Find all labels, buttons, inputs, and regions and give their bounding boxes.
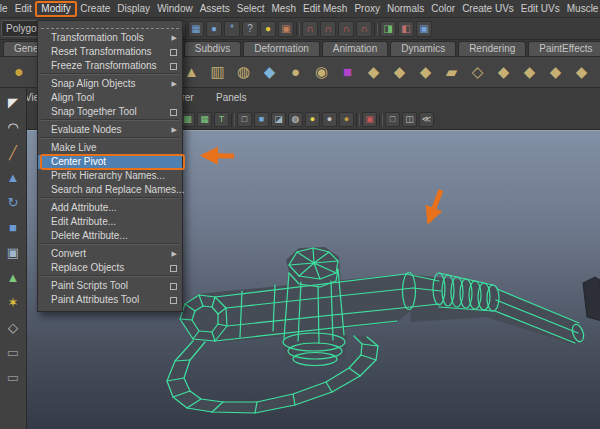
xray-icon[interactable]: ◫ [402, 112, 417, 127]
poly-cylinder-icon[interactable]: ▥ [206, 59, 229, 85]
menubar-item[interactable]: Edit Mesh [299, 1, 350, 17]
option-box-icon[interactable] [170, 63, 177, 70]
poly-cube-purple-icon[interactable]: ■ [336, 59, 359, 85]
rotate-tool-icon[interactable]: ↻ [2, 192, 25, 214]
poly-bevel-icon[interactable]: ◆ [570, 59, 593, 85]
shelf-tab[interactable]: Dynamics [390, 41, 456, 56]
poly-sphere-icon[interactable]: ◍ [232, 59, 255, 85]
lock-selection-icon[interactable]: ● [260, 21, 276, 37]
option-box-icon[interactable] [170, 297, 177, 304]
poly-wire-sphere-icon[interactable]: ◉ [310, 59, 333, 85]
textured-display-icon[interactable]: ◪ [271, 112, 286, 127]
scale-tool-icon[interactable]: ■ [2, 217, 25, 239]
film-gate-icon[interactable]: ▦ [197, 112, 212, 127]
poly-extrude-icon[interactable]: ◆ [414, 59, 437, 85]
sphere-shelf-icon[interactable]: ● [14, 60, 24, 84]
snap-to-point-icon[interactable]: ∩ [338, 21, 354, 37]
menu-item[interactable]: Snap Together Tool [38, 105, 182, 119]
menubar-item[interactable]: Edit UVs [517, 1, 563, 17]
menubar-item[interactable]: Assets [196, 1, 233, 17]
menubar-item[interactable]: Color [428, 1, 459, 17]
menubar-item[interactable]: Window [154, 1, 197, 17]
menu-item[interactable]: Paint Scripts Tool [38, 279, 182, 293]
plugin-shelf-icon[interactable]: ≪ [419, 112, 434, 127]
move-tool-icon[interactable]: ▲ [2, 167, 25, 189]
select-deformation-mask-icon[interactable]: ▦ [188, 21, 204, 37]
show-manipulator-tool-icon[interactable]: ✶ [2, 292, 25, 314]
select-rendering-mask-icon[interactable]: * [224, 21, 240, 37]
wireframe-on-shaded-icon[interactable]: □ [385, 112, 400, 127]
poly-reduce-icon[interactable]: ◆ [258, 59, 281, 85]
universal-manipulator-icon[interactable]: ▣ [2, 242, 25, 264]
menubar-item[interactable]: Create [77, 1, 114, 17]
layout-four-pane-icon[interactable]: ▭ [2, 367, 25, 389]
wireframe-display-icon[interactable]: □ [237, 112, 252, 127]
shelf-tab[interactable]: Animation [322, 41, 388, 56]
menubar-item[interactable]: File [0, 1, 11, 17]
shelf-tab[interactable]: Deformation [243, 41, 319, 56]
poly-smooth-icon[interactable]: ● [284, 59, 307, 85]
menu-item[interactable]: Edit Attribute... [38, 215, 182, 229]
poly-plane-icon[interactable]: ◆ [362, 59, 385, 85]
lasso-select-tool-icon[interactable]: ◠ [2, 117, 25, 139]
texture-view-icon[interactable]: T [214, 112, 229, 127]
menu-item[interactable]: Convert [38, 247, 182, 261]
lighting-default-icon[interactable]: ● [322, 112, 337, 127]
menu-item[interactable]: Evaluate Nodes [38, 123, 182, 137]
poly-combine-icon[interactable]: ◆ [492, 59, 515, 85]
divider[interactable] [374, 22, 378, 36]
last-tool-icon[interactable]: ◇ [2, 317, 25, 339]
menu-item[interactable]: Transformation Tools [38, 31, 182, 45]
menu-item[interactable]: Prefix Hierarchy Names... [38, 169, 182, 183]
divider[interactable] [356, 113, 360, 127]
shelf-tab[interactable]: Rendering [458, 41, 526, 56]
menu-item[interactable]: Snap Align Objects [38, 77, 182, 91]
menubar-item[interactable]: Select [233, 1, 268, 17]
layout-single-pane-icon[interactable]: ▭ [2, 342, 25, 364]
poly-bridge-icon[interactable]: ▰ [440, 59, 463, 85]
poly-cone-icon[interactable]: ▲ [180, 59, 203, 85]
poly-mirror-icon[interactable]: ◇ [466, 59, 489, 85]
snap-to-plane-icon[interactable]: ∩ [356, 21, 372, 37]
menu-item[interactable]: Delete Attribute... [38, 229, 182, 243]
soft-modification-tool-icon[interactable]: ▲ [2, 267, 25, 289]
snap-to-grid-icon[interactable]: ∩ [302, 21, 318, 37]
menubar-item[interactable]: Create UVs [459, 1, 518, 17]
select-misc-mask-icon[interactable]: ? [242, 21, 258, 37]
option-box-icon[interactable] [170, 265, 177, 272]
background-mesh[interactable] [583, 277, 600, 321]
output-connections-icon[interactable]: ◧ [398, 21, 414, 37]
select-tool-icon[interactable]: ◤ [2, 92, 25, 114]
menu-item[interactable]: Add Attribute... [38, 201, 182, 215]
menu-item[interactable]: Search and Replace Names... [38, 183, 182, 197]
shaded-display-icon[interactable]: ■ [254, 112, 269, 127]
menubar-item[interactable]: Modify [35, 1, 76, 17]
menu-item[interactable]: Paint Attributes Tool [38, 293, 182, 307]
menubar-item[interactable]: Proxy [351, 1, 384, 17]
menubar-item[interactable]: Edit [11, 1, 35, 17]
lighting-all-icon[interactable]: ● [305, 112, 320, 127]
menubar-item[interactable]: Normals [384, 1, 428, 17]
poly-append-icon[interactable]: ◆ [388, 59, 411, 85]
highlight-selection-icon[interactable]: ▣ [278, 21, 294, 37]
menu-item[interactable]: Align Tool [38, 91, 182, 105]
divider[interactable] [231, 113, 235, 127]
menu-item[interactable]: Make Live [38, 141, 182, 155]
construction-history-icon[interactable]: ▣ [416, 21, 432, 37]
option-box-icon[interactable] [170, 49, 177, 56]
shelf-tab[interactable]: Subdivs [184, 41, 242, 56]
menubar-item[interactable]: Mesh [268, 1, 299, 17]
poly-split-icon[interactable]: ◆ [518, 59, 541, 85]
panel-menu-panels[interactable]: Panels [216, 92, 247, 103]
option-box-icon[interactable] [170, 283, 177, 290]
menu-item[interactable]: Freeze Transformations [38, 59, 182, 73]
divider[interactable] [296, 22, 300, 36]
menubar-item[interactable]: Muscle [563, 1, 600, 17]
menu-tearoff-handle[interactable] [41, 23, 179, 29]
paint-select-tool-icon[interactable]: ╱ [2, 142, 25, 164]
option-box-icon[interactable] [170, 109, 177, 116]
menubar-item[interactable]: Display [114, 1, 154, 17]
select-dynamic-mask-icon[interactable]: ● [206, 21, 222, 37]
shelf-tab[interactable]: PaintEffects [528, 41, 600, 56]
use-default-material-icon[interactable]: ◍ [288, 112, 303, 127]
